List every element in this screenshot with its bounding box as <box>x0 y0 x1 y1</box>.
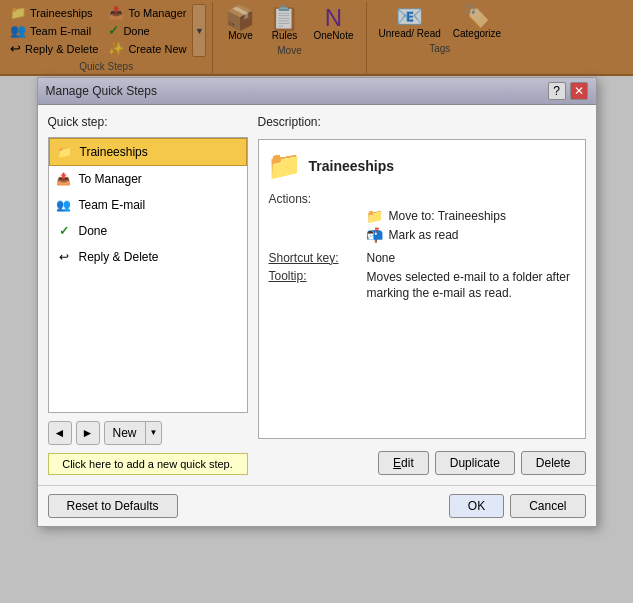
tooltip-row: Tooltip: Moves selected e-mail to a fold… <box>269 269 575 303</box>
tomanager-list-icon: 📤 <box>55 170 73 188</box>
close-button[interactable]: ✕ <box>570 82 588 100</box>
ok-button[interactable]: OK <box>449 494 504 518</box>
footer-left: Reset to Defaults <box>48 494 178 518</box>
action2-row: 📬 Mark as read <box>367 227 575 243</box>
cancel-button[interactable]: Cancel <box>510 494 585 518</box>
action2-icon: 📬 <box>367 227 383 243</box>
reply-list-icon: ↩ <box>55 248 73 266</box>
action2-text: Mark as read <box>389 228 459 242</box>
move-up-button[interactable]: ◄ <box>48 421 72 445</box>
dialog-footer: Reset to Defaults OK Cancel <box>38 485 596 526</box>
action1-row: 📁 Move to: Traineeships <box>367 208 575 224</box>
description-panel-label: Description: <box>258 115 586 129</box>
manage-quick-steps-dialog: Manage Quick Steps ? ✕ Quick step: 📁 Tra… <box>37 77 597 527</box>
left-bottom-controls: ◄ ► New ▼ <box>48 421 248 445</box>
new-btn-label: New <box>105 426 145 440</box>
desc-action-buttons: Edit Duplicate Delete <box>258 451 586 475</box>
help-button[interactable]: ? <box>548 82 566 100</box>
move-down-button[interactable]: ► <box>76 421 100 445</box>
footer-right: OK Cancel <box>449 494 586 518</box>
action1-icon: 📁 <box>367 208 383 224</box>
left-panel: Quick step: 📁 Traineeships 📤 To Manager … <box>48 115 248 475</box>
duplicate-button[interactable]: Duplicate <box>435 451 515 475</box>
list-item-done[interactable]: ✓ Done <box>49 218 247 244</box>
teamemail-list-icon: 👥 <box>55 196 73 214</box>
desc-title: Traineeships <box>309 158 395 174</box>
actions-key: Actions: <box>269 192 359 206</box>
done-list-icon: ✓ <box>55 222 73 240</box>
quick-step-list: 📁 Traineeships 📤 To Manager 👥 Team E-mai… <box>48 137 248 413</box>
actions-row: Actions: <box>269 192 575 206</box>
dialog-overlay: Manage Quick Steps ? ✕ Quick step: 📁 Tra… <box>0 0 633 603</box>
shortcut-value: None <box>367 251 396 265</box>
titlebar-buttons: ? ✕ <box>548 82 588 100</box>
right-panel: Description: 📁 Traineeships Actions: 📁 M… <box>258 115 586 475</box>
desc-big-icon: 📁 <box>269 150 301 182</box>
delete-button[interactable]: Delete <box>521 451 586 475</box>
shortcut-row: Shortcut key: None <box>269 251 575 265</box>
list-item-traineeships[interactable]: 📁 Traineeships <box>49 138 247 166</box>
new-btn-dropdown-arrow[interactable]: ▼ <box>145 422 162 444</box>
shortcut-key: Shortcut key: <box>269 251 359 265</box>
list-item-reply-delete[interactable]: ↩ Reply & Delete <box>49 244 247 270</box>
desc-header: 📁 Traineeships <box>269 150 575 182</box>
new-dropdown-button[interactable]: New ▼ <box>104 421 163 445</box>
dialog-body: Quick step: 📁 Traineeships 📤 To Manager … <box>38 105 596 485</box>
reset-to-defaults-button[interactable]: Reset to Defaults <box>48 494 178 518</box>
edit-button[interactable]: Edit <box>378 451 429 475</box>
tooltip-key: Tooltip: <box>269 269 359 303</box>
new-step-tooltip: Click here to add a new quick step. <box>48 453 248 475</box>
quick-step-panel-label: Quick step: <box>48 115 248 129</box>
action1-text: Move to: Traineeships <box>389 209 506 223</box>
list-item-to-manager[interactable]: 📤 To Manager <box>49 166 247 192</box>
list-item-team-email[interactable]: 👥 Team E-mail <box>49 192 247 218</box>
dialog-titlebar: Manage Quick Steps ? ✕ <box>38 78 596 105</box>
traineeships-list-icon: 📁 <box>56 143 74 161</box>
tooltip-value: Moves selected e-mail to a folder after … <box>367 269 575 303</box>
dialog-title: Manage Quick Steps <box>46 84 157 98</box>
description-box: 📁 Traineeships Actions: 📁 Move to: Train… <box>258 139 586 439</box>
